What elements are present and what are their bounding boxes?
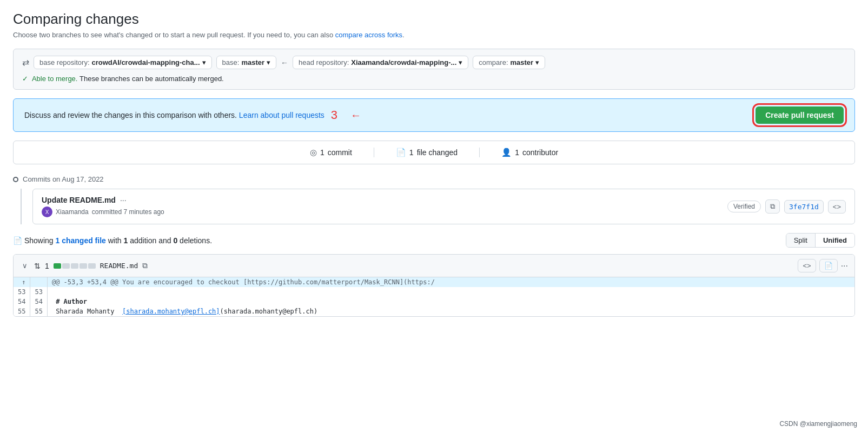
files-header: 📄 Showing 1 changed file with 1 addition… bbox=[13, 233, 855, 248]
file-label: file changed bbox=[417, 148, 458, 157]
contributor-label: contributor bbox=[522, 148, 558, 157]
commit-actions: Verified ⧉ 3fe7f1d <> bbox=[727, 199, 846, 214]
compare-row: ⇄ base repository: crowdAI/crowdai-mappi… bbox=[22, 56, 846, 69]
annotation-number: 3 bbox=[331, 108, 337, 122]
deletion-label: deletions. bbox=[180, 236, 212, 245]
additions-count: 1 bbox=[124, 236, 128, 245]
base-repo-select[interactable]: base repository: crowdAI/crowdai-mapping… bbox=[34, 56, 212, 69]
base-branch-select[interactable]: base: master ▾ bbox=[216, 56, 276, 69]
hunk-new-num bbox=[30, 277, 47, 287]
changed-file-count[interactable]: 1 changed file bbox=[55, 236, 105, 245]
files-header-left: 📄 Showing 1 changed file with 1 addition… bbox=[13, 236, 212, 245]
new-line-num: 54 bbox=[30, 297, 47, 307]
open-file-button[interactable]: 📄 bbox=[819, 259, 838, 272]
commit-title: Update README.md ··· bbox=[42, 196, 164, 204]
old-line-num: 54 bbox=[14, 297, 30, 307]
diff-arrows-icon: ⇅ bbox=[34, 262, 41, 270]
file-icon: 📄 bbox=[396, 148, 406, 157]
new-line-num: 53 bbox=[30, 287, 47, 297]
verified-badge: Verified bbox=[727, 201, 761, 212]
chevron-down-icon: ▾ bbox=[202, 58, 206, 66]
chevron-down-icon: ▾ bbox=[459, 58, 462, 66]
file-diff-card: ∨ ⇅ 1 README.md ⧉ <> 📄 ··· bbox=[13, 254, 855, 317]
timeline-line: Update README.md ··· X Xiaamanda committ… bbox=[21, 189, 855, 224]
line-code: # Author bbox=[47, 297, 854, 307]
compare-value: master bbox=[511, 58, 534, 66]
commits-date-header: Commits on Aug 17, 2022 bbox=[13, 175, 855, 183]
old-line-num: 55 bbox=[14, 307, 30, 316]
table-row: 54 54 # Author bbox=[14, 297, 854, 307]
grey-bar-1 bbox=[62, 263, 70, 269]
commit-time: committed 7 minutes ago bbox=[92, 208, 164, 216]
timeline-dot bbox=[13, 177, 18, 182]
old-line-num: 53 bbox=[14, 287, 30, 297]
commits-date: Commits on Aug 17, 2022 bbox=[23, 175, 104, 183]
file-diff-header-left: ∨ ⇅ 1 README.md ⧉ bbox=[20, 261, 148, 271]
additions-count-badge: 1 bbox=[45, 262, 49, 270]
file-diff-header: ∨ ⇅ 1 README.md ⧉ <> 📄 ··· bbox=[14, 255, 854, 277]
deletions-count: 0 bbox=[173, 236, 177, 245]
info-bar-text: Discuss and review the changes in this c… bbox=[24, 111, 324, 119]
page-title: Comparing changes bbox=[13, 11, 855, 28]
commit-dots: ··· bbox=[120, 196, 127, 204]
chevron-down-icon: ▾ bbox=[267, 58, 270, 66]
head-repo-value: Xiaamanda/crowdai-mapping-... bbox=[351, 58, 456, 66]
files-stat: 📄 1 file changed bbox=[374, 148, 480, 157]
annotation-arrow: ← bbox=[350, 109, 361, 122]
split-button[interactable]: Split bbox=[786, 234, 816, 247]
split-unified-toggle: Split Unified bbox=[786, 233, 855, 248]
copy-hash-button[interactable]: ⧉ bbox=[765, 199, 780, 214]
commits-section: Commits on Aug 17, 2022 Update README.md… bbox=[13, 175, 855, 224]
new-line-num: 55 bbox=[30, 307, 47, 316]
head-repo-label: head repository: bbox=[299, 58, 349, 66]
chevron-down-icon: ▾ bbox=[535, 58, 539, 66]
copy-filename-button[interactable]: ⧉ bbox=[142, 261, 148, 270]
base-label: base: bbox=[222, 58, 240, 66]
commit-icon: ◎ bbox=[310, 148, 317, 157]
email-link[interactable]: [sharada.mohanty@epfl.ch] bbox=[122, 308, 220, 315]
diff-table: ↑ @@ -53,3 +53,4 @@ You are encouraged t… bbox=[14, 277, 854, 316]
author-avatar: X bbox=[42, 206, 52, 217]
info-bar: Discuss and review the changes in this c… bbox=[13, 98, 855, 132]
grey-bar-3 bbox=[79, 263, 87, 269]
compare-bar: ⇄ base repository: crowdAI/crowdai-mappi… bbox=[13, 49, 855, 90]
grey-bar-4 bbox=[88, 263, 96, 269]
merge-status: ✓ Able to merge. These branches can be a… bbox=[22, 75, 846, 83]
commit-hash-link[interactable]: 3fe7f1d bbox=[784, 200, 824, 214]
view-code-button[interactable]: <> bbox=[828, 200, 846, 214]
table-row: 53 53 bbox=[14, 287, 854, 297]
showing-text: 📄 Showing bbox=[13, 236, 55, 245]
collapse-button[interactable]: ∨ bbox=[20, 261, 30, 271]
diff-stat-bar bbox=[54, 263, 96, 269]
head-repo-select[interactable]: head repository: Xiaamanda/crowdai-mappi… bbox=[293, 56, 468, 69]
commit-card: Update README.md ··· X Xiaamanda committ… bbox=[32, 189, 855, 224]
base-repo-value: crowdAI/crowdai-mapping-cha... bbox=[92, 58, 200, 66]
green-bar bbox=[54, 263, 61, 269]
unified-button[interactable]: Unified bbox=[816, 234, 854, 247]
commit-message: Update README.md bbox=[42, 196, 116, 204]
files-changed-section: 📄 Showing 1 changed file with 1 addition… bbox=[13, 233, 855, 317]
author-name: Xiaamanda bbox=[56, 208, 89, 216]
stats-bar: ◎ 1 commit 📄 1 file changed 👤 1 contribu… bbox=[13, 141, 855, 164]
compare-across-forks-link[interactable]: compare across forks bbox=[335, 31, 402, 39]
base-value: master bbox=[241, 58, 264, 66]
hunk-header-text: @@ -53,3 +53,4 @@ You are encouraged to … bbox=[47, 277, 854, 287]
contributor-count: 1 bbox=[515, 148, 519, 157]
compare-branch-select[interactable]: compare: master ▾ bbox=[473, 56, 545, 69]
with-text: with bbox=[108, 236, 124, 245]
check-icon: ✓ bbox=[22, 75, 28, 83]
addition-label: addition and bbox=[130, 236, 173, 245]
commit-stat: ◎ 1 commit bbox=[288, 148, 374, 157]
contributor-stat: 👤 1 contributor bbox=[480, 148, 580, 157]
commit-count: 1 bbox=[320, 148, 324, 157]
learn-about-pr-link[interactable]: Learn about pull requests bbox=[239, 111, 324, 119]
hunk-old-num: ↑ bbox=[14, 277, 30, 287]
commit-info: Update README.md ··· X Xiaamanda committ… bbox=[42, 196, 164, 217]
more-options-button[interactable]: ··· bbox=[841, 261, 848, 271]
create-pull-request-button[interactable]: Create pull request bbox=[756, 106, 844, 124]
file-name: README.md bbox=[100, 262, 138, 270]
file-diff-header-right: <> 📄 ··· bbox=[798, 259, 848, 272]
page-subtitle: Choose two branches to see what's change… bbox=[13, 31, 855, 39]
diff-hunk-header-row: ↑ @@ -53,3 +53,4 @@ You are encouraged t… bbox=[14, 277, 854, 287]
view-file-button[interactable]: <> bbox=[798, 259, 816, 272]
